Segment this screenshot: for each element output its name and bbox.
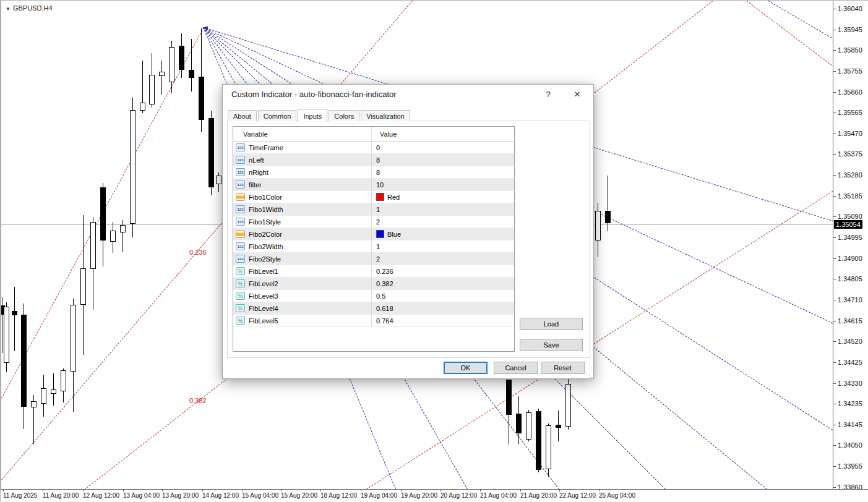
custom-indicator-dialog: Custom Indicator - auto-fibonacci-fan-in…	[222, 84, 594, 379]
time-tick	[599, 490, 599, 491]
value-cell[interactable]: 2	[371, 216, 514, 228]
candle	[506, 380, 512, 415]
time-label: 18 Aug 12:00	[320, 492, 357, 499]
value-text: Red	[387, 194, 400, 201]
candle	[189, 70, 194, 78]
value-cell[interactable]: 2	[371, 253, 514, 265]
table-row[interactable]: ½FibLevel30.5	[233, 290, 514, 302]
symbol-text: GBPUSD,H4	[13, 4, 53, 12]
table-row[interactable]: Fibo1ColorRed	[233, 191, 514, 203]
fraction-input-icon: ½	[236, 317, 245, 325]
time-tick	[480, 490, 481, 491]
price-tick	[833, 341, 836, 342]
table-row[interactable]: 123Fibo1Style2	[233, 216, 514, 228]
value-text: 1	[376, 243, 380, 250]
candle	[120, 225, 126, 232]
table-row[interactable]: 123TimeFrame0	[233, 142, 514, 154]
table-row[interactable]: 123filter10	[233, 179, 514, 191]
price-label: 1.34235	[838, 400, 862, 407]
price-tick	[833, 487, 836, 488]
time-tick	[123, 490, 124, 491]
help-button[interactable]: ?	[541, 88, 555, 100]
candle	[199, 77, 204, 120]
value-cell[interactable]: 1	[371, 240, 514, 252]
fan-apex-marker	[205, 27, 208, 29]
close-icon[interactable]: ✕	[570, 88, 585, 100]
time-axis[interactable]: 11 Aug 202511 Aug 20:0012 Aug 12:0013 Au…	[1, 489, 868, 502]
variable-cell: ½FibLevel4	[233, 302, 371, 314]
tab-visualization[interactable]: Visualization	[361, 110, 410, 121]
variable-name: Fibo2Style	[249, 255, 281, 263]
value-cell[interactable]: 0.5	[371, 290, 514, 302]
table-row[interactable]: 123nLeft8	[233, 154, 514, 166]
table-row[interactable]: 123Fibo1Width1	[233, 203, 514, 216]
price-tick	[833, 113, 836, 113]
inputs-table: Variable Value 123TimeFrame0123nLeft8123…	[233, 126, 515, 352]
value-cell[interactable]: 0.618	[371, 302, 514, 314]
numeric-input-icon: 123	[236, 168, 245, 176]
tab-about[interactable]: About	[228, 110, 257, 121]
table-row[interactable]: ½FibLevel50.764	[233, 315, 514, 327]
table-row[interactable]: 123Fibo2Style2	[233, 253, 514, 265]
fibo-level-label: 0.236	[189, 249, 207, 256]
candle-wick	[191, 39, 192, 91]
time-tick	[43, 490, 43, 491]
cancel-button[interactable]: Cancel	[494, 362, 538, 374]
numeric-input-icon: 123	[236, 255, 245, 263]
value-cell[interactable]: 8	[371, 154, 514, 166]
value-cell[interactable]: 8	[371, 166, 514, 178]
reset-button[interactable]: Reset	[541, 362, 585, 374]
value-cell[interactable]: 10	[371, 179, 514, 190]
tab-colors[interactable]: Colors	[329, 110, 359, 121]
candle	[21, 315, 27, 407]
load-button[interactable]: Load	[520, 318, 583, 330]
resize-grip[interactable]: ⋱	[586, 372, 592, 378]
value-cell[interactable]: 0.764	[371, 315, 514, 326]
numeric-input-icon: 123	[236, 156, 245, 164]
variable-cell: 123Fibo1Width	[233, 203, 371, 215]
chevron-down-icon[interactable]: ▼	[6, 6, 11, 12]
table-row[interactable]: ½FibLevel40.618	[233, 302, 514, 315]
value-cell[interactable]: Red	[371, 191, 514, 203]
color-input-icon	[236, 193, 245, 201]
price-label: 1.34615	[838, 317, 862, 325]
time-label: 19 Aug 20:00	[401, 492, 437, 499]
price-tick	[833, 445, 836, 446]
time-label: 15 Aug 04:00	[242, 492, 278, 499]
candle	[90, 222, 96, 269]
fraction-input-icon: ½	[236, 292, 245, 300]
tab-common[interactable]: Common	[258, 110, 297, 121]
value-cell[interactable]: Blue	[371, 228, 514, 240]
price-label: 1.34425	[838, 359, 862, 366]
fraction-input-icon: ½	[236, 279, 245, 287]
table-row[interactable]: 123Fibo2Width1	[233, 240, 514, 253]
price-axis[interactable]: 1.360401.359451.358501.357551.356601.355…	[833, 1, 868, 489]
table-row[interactable]: Fibo2ColorBlue	[233, 228, 514, 240]
tab-inputs[interactable]: Inputs	[298, 109, 327, 122]
dialog-titlebar[interactable]: Custom Indicator - auto-fibonacci-fan-in…	[223, 85, 593, 103]
color-swatch	[376, 193, 384, 201]
red-fibo-fan-line	[746, 1, 833, 94]
table-row[interactable]: ½FibLevel10.236	[233, 265, 514, 278]
value-cell[interactable]: 0.236	[371, 265, 514, 277]
candle-wick	[14, 287, 15, 351]
price-tick	[833, 425, 836, 425]
variable-cell: 123Fibo2Width	[233, 240, 371, 252]
value-cell[interactable]: 0.382	[371, 278, 514, 289]
value-text: 8	[376, 156, 380, 164]
table-row[interactable]: ½FibLevel20.382	[233, 278, 514, 290]
price-tick	[833, 237, 836, 238]
time-label: 14 Aug 12:00	[202, 492, 239, 499]
price-tick	[833, 362, 836, 363]
candle	[110, 231, 116, 242]
save-button[interactable]: Save	[520, 339, 583, 351]
variable-name: FibLevel5	[249, 317, 278, 325]
candle	[140, 103, 145, 111]
value-cell[interactable]: 1	[371, 203, 514, 215]
candle	[41, 388, 46, 404]
candle	[71, 305, 76, 372]
ok-button[interactable]: OK	[444, 362, 488, 374]
value-cell[interactable]: 0	[371, 142, 514, 153]
table-row[interactable]: 123nRight8	[233, 166, 514, 179]
value-text: 0.236	[376, 268, 393, 275]
